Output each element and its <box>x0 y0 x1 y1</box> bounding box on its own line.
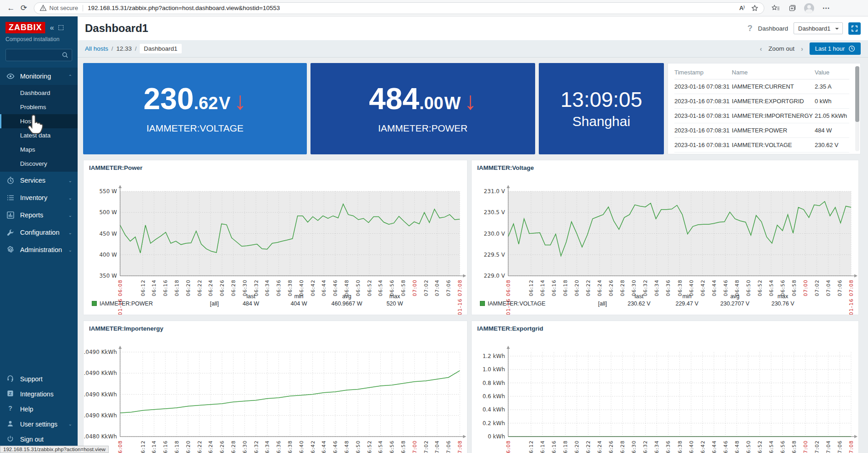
link-status-tooltip: 192.168.15.31/zabbix.php?action=host.vie… <box>0 446 109 453</box>
sidebar-item-monitoring[interactable]: Monitoring⌃ <box>0 68 78 85</box>
exportgrid-graph-title[interactable]: IAMMETER:Exportgrid <box>477 325 543 332</box>
favorites-hub-icon[interactable] <box>772 5 780 12</box>
sidebar-item-problems[interactable]: Problems <box>0 100 78 114</box>
sidebar-item-services[interactable]: Services⌄ <box>0 172 78 189</box>
sidebar-item-sign-out[interactable]: Sign out <box>0 432 78 447</box>
col-timestamp[interactable]: Timestamp <box>674 65 732 79</box>
eye-icon <box>6 72 15 80</box>
table-scrollbar[interactable] <box>855 66 859 151</box>
power-icon <box>6 435 14 444</box>
svg-text:06:16: 06:16 <box>163 440 168 453</box>
breadcrumb-all-hosts[interactable]: All hosts <box>85 45 108 52</box>
power-graph[interactable]: 550 W500 W450 W400 W350 W01-16 06:0806:1… <box>84 172 467 293</box>
sidebar-item-configuration[interactable]: Configuration⌄ <box>0 224 78 241</box>
address-bar[interactable]: Not secure 192.168.15.31/zabbix.php?acti… <box>34 2 764 14</box>
power-graph-legend: lastminavgmaxIAMMETER:POWER[all]484 W404… <box>90 293 463 307</box>
time-range-button[interactable]: Last 1 hour <box>810 42 861 55</box>
zabbix-logo[interactable]: ZABBIX <box>5 22 45 33</box>
voltage-graph-title[interactable]: IAMMETER:Voltage <box>477 164 534 171</box>
sidebar-item-reports[interactable]: Reports⌄ <box>0 206 78 224</box>
power-graph-title[interactable]: IAMMETER:Power <box>89 164 142 171</box>
svg-text:06:40: 06:40 <box>299 440 305 453</box>
browser-profile-avatar[interactable] <box>804 3 814 13</box>
browser-refresh-button[interactable]: ⟳ <box>17 2 30 15</box>
time-shift-forward-icon[interactable]: › <box>801 45 803 53</box>
dashboard-select[interactable]: Dashboard1 <box>794 22 843 34</box>
breadcrumb-current-dashboard[interactable]: Dashboard1 <box>140 44 182 53</box>
svg-text:500 W: 500 W <box>99 209 117 216</box>
importenergy-graph-title[interactable]: IAMMETER:Importenergy <box>89 325 163 332</box>
svg-text:06:56: 06:56 <box>389 440 395 453</box>
exportgrid-graph-widget: IAMMETER:Exportgrid 1.2 kWh1.0 kWh0.8 kW… <box>471 321 859 453</box>
svg-text:06:28: 06:28 <box>231 440 237 453</box>
time-shift-back-icon[interactable]: ‹ <box>760 45 762 53</box>
sidebar-search-input[interactable] <box>5 49 72 61</box>
svg-text:07:06: 07:06 <box>446 440 452 453</box>
sidebar-item-maps[interactable]: Maps <box>0 142 78 157</box>
collections-icon[interactable] <box>788 5 796 12</box>
col-name[interactable]: Name <box>732 65 815 79</box>
svg-text:06:12: 06:12 <box>528 440 534 453</box>
breadcrumb-host[interactable]: 12.33 <box>116 45 132 52</box>
svg-text:06:24: 06:24 <box>208 440 214 453</box>
svg-text:21.0490 KkWh: 21.0490 KkWh <box>84 391 117 398</box>
chevron-down-icon: ⌄ <box>68 230 72 235</box>
svg-text:06:32: 06:32 <box>642 440 648 453</box>
security-label: Not secure <box>49 5 78 11</box>
svg-text:06:30: 06:30 <box>242 440 248 453</box>
browser-back-button[interactable]: ← <box>5 2 17 15</box>
clock-time: 13:09:05 <box>560 88 642 111</box>
browser-menu-icon[interactable]: ⋯ <box>822 4 830 12</box>
voltage-graph[interactable]: 231.0 V230.5 V230.0 V229.5 V229.0 V01-16… <box>472 172 858 293</box>
svg-text:06:22: 06:22 <box>197 440 203 453</box>
sidebar-item-discovery[interactable]: Discovery <box>0 157 78 171</box>
chevron-down-icon: ⌄ <box>68 195 72 200</box>
sidebar-item-inventory[interactable]: Inventory⌄ <box>0 189 78 206</box>
sidebar-item-administration[interactable]: Administration⌄ <box>0 241 78 258</box>
help-icon[interactable]: ? <box>747 24 752 33</box>
svg-text:06:12: 06:12 <box>140 440 146 453</box>
clock-icon <box>848 45 855 52</box>
svg-text:06:50: 06:50 <box>355 440 361 453</box>
table-row: 2023-01-16 07:07:31IAMMETER:CURRENT2.4 A <box>674 153 849 155</box>
svg-text:229.0 V: 229.0 V <box>484 273 505 279</box>
exportgrid-graph[interactable]: 1.2 kWh1.0 kWh0.8 kWh0.6 kWh0.4 kWh0.2 k… <box>472 333 858 453</box>
sidebar-item-support[interactable]: Support <box>0 371 78 386</box>
url-text: 192.168.15.31/zabbix.php?action=host.das… <box>88 5 739 11</box>
page-header: Dashboard1 ? Dashboard Dashboard1 <box>78 16 868 40</box>
voltage-graph-widget: IAMMETER:Voltage 231.0 V230.5 V230.0 V22… <box>471 160 859 315</box>
read-aloud-icon[interactable]: A) <box>739 5 745 11</box>
sidebar-item-user-settings[interactable]: User settings⌄ <box>0 416 78 432</box>
svg-text:06:58: 06:58 <box>791 440 797 453</box>
sidebar-item-integrations[interactable]: ZIntegrations <box>0 386 78 401</box>
z-badge-icon: Z <box>6 390 14 399</box>
svg-text:06:42: 06:42 <box>700 440 706 453</box>
svg-text:06:46: 06:46 <box>332 440 338 453</box>
sidebar-item-help[interactable]: ?Help <box>0 401 78 416</box>
sidebar-item-dashboard[interactable]: Dashboard <box>0 86 78 100</box>
importenergy-graph[interactable]: 21.0490 KkWh21.0490 KkWh21.0490 KkWh21.0… <box>84 333 467 453</box>
clock-tile[interactable]: 13:09:05 Shanghai <box>539 63 664 154</box>
svg-text:07:06: 07:06 <box>837 440 843 453</box>
svg-text:06:48: 06:48 <box>734 440 740 453</box>
sidebar-detach-icon[interactable] <box>58 25 63 30</box>
table-row: 2023-01-16 07:08:31IAMMETER:CURRENT2.35 … <box>674 79 849 94</box>
svg-text:0.6 kWh: 0.6 kWh <box>483 393 505 400</box>
add-favorite-star-icon[interactable] <box>751 5 758 12</box>
zoom-out-button[interactable]: Zoom out <box>768 45 794 52</box>
sidebar-collapse-icon[interactable]: « <box>50 23 54 32</box>
svg-text:230.0 V: 230.0 V <box>484 231 505 237</box>
dashboard-grid: 230.62V ↓ IAMMETER:VOLTAGE 484.00W ↓ IAM… <box>78 58 868 453</box>
voltage-graph-legend: lastminavgmaxIAMMETER:VOLTAGE[all]230.62… <box>478 293 854 307</box>
svg-text:231.0 V: 231.0 V <box>484 188 505 195</box>
svg-text:1.2 kWh: 1.2 kWh <box>483 353 505 359</box>
svg-text:06:44: 06:44 <box>711 440 717 453</box>
svg-text:06:52: 06:52 <box>367 440 373 453</box>
svg-text:07:04: 07:04 <box>826 440 831 453</box>
svg-text:1.0 kWh: 1.0 kWh <box>483 366 505 373</box>
fullscreen-button[interactable] <box>848 22 861 35</box>
col-value[interactable]: Value <box>815 65 849 79</box>
voltage-value-tile[interactable]: 230.62V ↓ IAMMETER:VOLTAGE <box>83 63 307 154</box>
svg-text:06:54: 06:54 <box>768 440 774 453</box>
power-value-tile[interactable]: 484.00W ↓ IAMMETER:POWER <box>310 63 535 154</box>
